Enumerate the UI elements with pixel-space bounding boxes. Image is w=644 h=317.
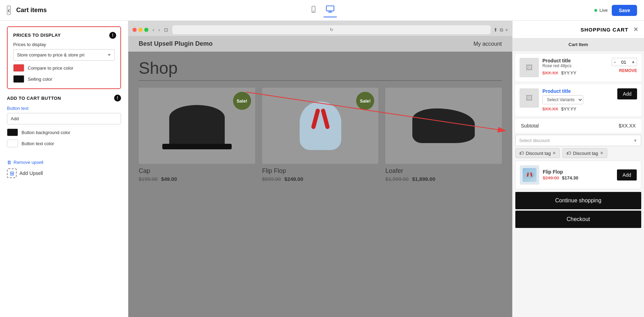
product-card-cap: Sale! Cap $199.00 $49.00 — [139, 88, 255, 182]
traffic-light-green[interactable] — [144, 28, 148, 32]
button-bg-color-row: Button background color — [7, 129, 121, 136]
add-upsell-label: Add Upsell — [19, 170, 43, 176]
add-to-cart-section: ADD TO CART BUTTON ! Button text Button … — [7, 89, 121, 153]
prices-section: PRICES TO DISPLAY ! Prices to display St… — [7, 26, 121, 89]
prices-select[interactable]: Store compare to price & store pri — [13, 49, 115, 61]
selling-color-row: Selling color — [13, 75, 115, 83]
browser-nav: ‹ › ⊡ — [151, 26, 170, 33]
add-tab-button[interactable]: + — [505, 27, 508, 33]
svg-point-1 — [313, 11, 314, 12]
sale-badge-cap: Sale! — [233, 92, 251, 110]
remove-item-1-link[interactable]: REMOVE — [619, 68, 637, 73]
remove-upsell-button[interactable]: 🗑 Remove upsell — [7, 160, 121, 165]
product-card-loafer: Loafer $1,999.00 $1,899.00 — [385, 88, 502, 182]
back-nav-button[interactable]: ‹ — [151, 26, 156, 33]
live-dot — [594, 9, 597, 12]
store-brand: Best Upsell Plugin Demo — [139, 40, 213, 47]
flipflop-shape — [300, 102, 341, 150]
cart-item-1-new-price: $YY.YY — [561, 70, 576, 76]
upsell-new-price: $174.30 — [562, 175, 578, 180]
discount-select-wrap[interactable]: Select discount ▼ — [515, 135, 641, 146]
address-bar[interactable]: ↻ — [172, 25, 490, 34]
cart-item-tab[interactable]: Cart Item — [568, 42, 588, 47]
quantity-value-1: 01 — [619, 59, 628, 65]
product-card-flipflop: Sale! Flip Flop $599.00 $249.00 — [262, 88, 379, 182]
quantity-increase-1[interactable]: + — [630, 58, 637, 66]
continue-shopping-button[interactable]: Continue shopping — [515, 192, 641, 209]
upsell-old-price: $249.00 — [543, 175, 559, 180]
button-text-swatch[interactable] — [7, 140, 18, 147]
sale-badge-flipflop: Sale! — [356, 92, 374, 110]
checkout-button[interactable]: Checkout — [515, 211, 641, 228]
add-to-cart-button-2[interactable]: Add — [617, 88, 637, 99]
discount-tag-close-2[interactable]: ✕ — [600, 151, 603, 156]
reload-icon: ↻ — [330, 27, 333, 32]
discount-tags: 🏷 Discount tag ✕ 🏷 Discount tag ✕ — [515, 148, 641, 158]
button-text-input[interactable] — [7, 113, 121, 124]
cart-item-1-info: Product title Rose red 48pcs $XX.XX $YY.… — [542, 58, 608, 76]
product-name-cap: Cap — [139, 167, 255, 175]
save-button[interactable]: Save — [612, 5, 637, 16]
traffic-light-red[interactable] — [132, 28, 137, 32]
traffic-lights — [132, 28, 148, 32]
selling-color-swatch[interactable] — [13, 75, 24, 83]
flipflop-new-price: $249.00 — [284, 176, 303, 182]
split-view-button[interactable]: ⊡ — [163, 26, 170, 33]
cart-close-button[interactable]: ✕ — [633, 26, 638, 33]
discount-tag-close-1[interactable]: ✕ — [552, 151, 556, 156]
products-grid: Sale! Cap $199.00 $49.00 — [139, 88, 502, 182]
add-upsell-button[interactable]: ⊞ Add Upsell — [7, 165, 43, 182]
cart-item-1-img: 🖼 — [520, 58, 539, 77]
product-img-flipflop: Sale! — [262, 88, 379, 164]
cart-items-area: 🖼 Product title Rose red 48pcs $XX.XX $Y… — [513, 51, 644, 317]
cart-item-2-img: 🖼 — [520, 88, 539, 108]
prices-info-icon[interactable]: ! — [109, 32, 116, 39]
compare-price-color-label: Compare to price color — [28, 65, 74, 71]
image-placeholder-icon: 🖼 — [526, 64, 533, 72]
quantity-decrease-1[interactable]: - — [612, 58, 618, 66]
product-price-cap: $199.00 $49.00 — [139, 176, 255, 182]
discount-area: Select discount ▼ 🏷 Discount tag ✕ 🏷 Dis… — [513, 135, 644, 158]
top-bar: ‹ Cart items Live Save — [0, 0, 644, 21]
duplicate-button[interactable]: ⧉ — [500, 27, 503, 33]
subtotal-label: Subtotal — [521, 123, 539, 129]
mobile-device-icon[interactable] — [308, 3, 319, 17]
selling-color-label: Selling color — [28, 77, 52, 82]
upsell-add-button[interactable]: Add — [617, 169, 637, 180]
cart-item-2-prices: $XX.XX $YY.YY — [542, 106, 614, 112]
product-img-loafer — [385, 88, 502, 164]
discount-tag-label-1: Discount tag — [526, 151, 551, 156]
compare-price-swatch[interactable] — [13, 64, 24, 72]
back-button[interactable]: ‹ — [7, 6, 11, 15]
product-price-flipflop: $599.00 $249.00 — [262, 176, 379, 182]
cart-item-1-title: Product title — [542, 58, 608, 63]
forward-nav-button[interactable]: › — [157, 26, 162, 33]
discount-select-label: Select discount — [519, 138, 631, 143]
flipflop-old-price: $599.00 — [262, 176, 281, 182]
upsell-flipflop-item: Flip Flop $249.00 $174.30 Add — [515, 161, 641, 189]
left-panel: PRICES TO DISPLAY ! Prices to display St… — [0, 21, 128, 317]
traffic-light-yellow[interactable] — [138, 28, 143, 32]
add-upsell-icon: ⊞ — [7, 168, 17, 178]
prices-field-label: Prices to display — [13, 42, 115, 47]
upsell-flipflop-img — [520, 165, 539, 185]
cart-item-1-old-price: $XX.XX — [542, 70, 558, 76]
product-name-flipflop: Flip Flop — [262, 167, 379, 175]
center-area: ‹ › ⊡ ↻ ⬆ ⧉ + Best Upsell Plugin Demo My… — [128, 21, 512, 317]
desktop-device-icon[interactable] — [324, 3, 337, 17]
add-to-cart-info-icon[interactable]: ! — [114, 95, 121, 102]
shop-heading: Shop — [139, 59, 502, 78]
quantity-control-1: - 01 + — [612, 58, 637, 66]
prices-section-title: PRICES TO DISPLAY — [13, 33, 115, 38]
live-label: Live — [599, 8, 608, 13]
variant-selector[interactable]: Select Variants — [542, 95, 583, 104]
share-button[interactable]: ⬆ — [493, 27, 498, 33]
shop-divider — [139, 80, 502, 81]
product-price-loafer: $1,999.00 $1,899.00 — [385, 176, 502, 182]
top-bar-left: ‹ Cart items — [7, 6, 217, 15]
discount-tag-1: 🏷 Discount tag ✕ — [515, 148, 560, 158]
product-img-cap: Sale! — [139, 88, 255, 164]
loafer-old-price: $1,999.00 — [385, 176, 409, 182]
cart-item-2-new-price: $YY.YY — [561, 106, 576, 112]
button-bg-swatch[interactable] — [7, 129, 18, 136]
